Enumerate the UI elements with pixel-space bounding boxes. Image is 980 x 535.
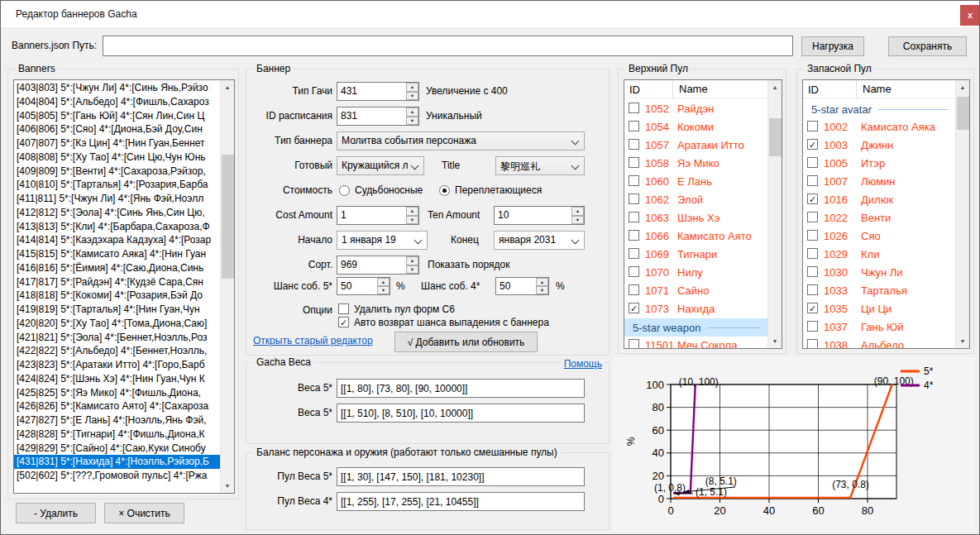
weights5-input[interactable] <box>337 379 585 398</box>
scroll-up-icon[interactable]: ▲ <box>956 80 969 94</box>
scroll-down-icon[interactable]: ▼ <box>768 334 782 348</box>
sort-spinner[interactable]: 969 ▲ ▼ <box>337 256 419 275</box>
row-checkbox[interactable] <box>629 212 639 222</box>
row-checkbox[interactable] <box>629 230 639 241</box>
banner-list-item[interactable]: [423|823] 5*:[Аратаки Итто] 4*:[Горо,Бар… <box>14 358 220 372</box>
save-button[interactable]: Сохранять <box>888 36 967 56</box>
row-checkbox[interactable] <box>807 248 818 259</box>
begin-date-picker[interactable]: 1 января 19 <box>337 231 428 250</box>
banners-listbox[interactable]: [403|803] 5*:[Чжун Ли] 4*:[Синь Янь,Рэйз… <box>13 79 235 494</box>
row-checkbox[interactable]: ✓ <box>807 139 818 150</box>
banner-list-item[interactable]: [408|808] 5*:[Ху Тао] 4*:[Син Цю,Чун Юнь <box>14 150 220 165</box>
spin-down-icon[interactable]: ▼ <box>377 286 390 294</box>
banner-list-item[interactable]: [502|602] 5*:[???,Громовой пульс] 4*:[Рж… <box>14 469 220 483</box>
clear-banners-button[interactable]: × Очистить <box>104 503 184 523</box>
intertwined-radio[interactable] <box>439 185 450 196</box>
row-checkbox[interactable] <box>629 121 639 131</box>
chance5-spinner[interactable]: 50 ▲ ▼ <box>337 277 390 295</box>
gacha-type-spinner[interactable]: 431 ▲ ▼ <box>337 82 419 101</box>
pool-row[interactable]: 1062Элой <box>624 191 767 209</box>
row-checkbox[interactable] <box>629 193 639 204</box>
banner-list-item[interactable]: [414|814] 5*:[Каэдэхара Кадзуха] 4*:[Роз… <box>14 233 220 247</box>
spin-up-icon[interactable]: ▲ <box>406 83 418 92</box>
banners-scrollbar[interactable]: ▲ ▼ <box>220 80 234 493</box>
banner-list-item[interactable]: [428|828] 5*:[Тигнари] 4*:[Фишль,Диона,К <box>14 428 220 442</box>
pool-row[interactable]: 1022Венти <box>803 209 955 227</box>
close-icon[interactable]: x <box>960 5 980 26</box>
pool-row[interactable]: 1063Шэнь Хэ <box>624 209 767 227</box>
pool-row[interactable]: 1066Камисато Аято <box>624 227 767 246</box>
scroll-up-icon[interactable]: ▲ <box>768 80 782 94</box>
banner-list-item[interactable]: [406|806] 5*:[Сяо] 4*:[Диона,Бэй Доу,Син <box>14 122 220 136</box>
weights4-input[interactable] <box>337 404 585 423</box>
delete-banner-button[interactable]: - Удалить <box>16 503 96 523</box>
banner-list-item[interactable]: [405|805] 5*:[Гань Юй] 4*:[Сян Лин,Син Ц <box>14 109 220 123</box>
pool-row[interactable]: 1060Е Лань <box>624 173 767 191</box>
auto-return-checkbox[interactable]: ✓ <box>338 317 349 327</box>
spin-up-icon[interactable]: ▲ <box>536 278 548 286</box>
end-date-picker[interactable]: января 2031 <box>494 231 585 250</box>
banner-list-item[interactable]: [422|822] 5*:[Альбедо] 4*:[Беннет,Ноэлль… <box>14 344 220 358</box>
add-update-button[interactable]: √ Добавить или обновить <box>394 332 538 352</box>
spin-down-icon[interactable]: ▼ <box>406 117 418 126</box>
pool-row[interactable]: 1026Сяо <box>803 227 955 246</box>
banner-list-item[interactable]: [425|825] 5*:[Яэ Мико] 4*:[Фишль,Диона, <box>14 386 220 400</box>
row-checkbox[interactable] <box>629 103 639 113</box>
scroll-thumb[interactable] <box>769 118 782 156</box>
banner-list-item[interactable]: [403|803] 5*:[Чжун Ли] 4*:[Синь Янь,Рэйз… <box>14 81 220 95</box>
pool-row[interactable]: 1038Альбедо <box>803 337 955 348</box>
pool-row[interactable]: ✓1073Нахида <box>624 300 767 318</box>
open-old-editor-link[interactable]: Открыть старый редактор <box>253 335 373 346</box>
pool-weights4-input[interactable] <box>337 492 585 511</box>
spin-up-icon[interactable]: ▲ <box>406 107 418 117</box>
banner-list-item[interactable]: [415|815] 5*:[Камисато Аяка] 4*:[Нин Гуа… <box>14 247 220 261</box>
prefab-dropdown[interactable]: Кружащийся л <box>337 156 424 175</box>
row-checkbox[interactable]: ✓ <box>629 303 639 313</box>
pool-row[interactable]: 1058Яэ Мико <box>624 155 767 173</box>
banner-list-item[interactable]: [410|810] 5*:[Тарталья] 4*:[Розария,Барб… <box>14 178 220 192</box>
scroll-thumb[interactable] <box>957 97 969 130</box>
banner-list-item[interactable]: [412|812] 5*:[Эола] 4*:[Синь Янь,Син Цю, <box>14 206 220 220</box>
row-checkbox[interactable] <box>807 284 818 295</box>
row-checkbox[interactable] <box>807 230 818 241</box>
pool-row[interactable]: 1052Райдэн <box>624 100 767 118</box>
load-button[interactable]: Нагрузка <box>801 36 864 56</box>
banner-list-item[interactable]: [421|821] 5*:[Эола] 4*:[Беннет,Ноэлль,Ро… <box>14 331 220 345</box>
banner-list-item[interactable]: [409|809] 5*:[Венти] 4*:[Сахароза,Рэйзор… <box>14 165 220 179</box>
spin-down-icon[interactable]: ▼ <box>536 286 548 294</box>
row-checkbox[interactable] <box>807 321 818 332</box>
banner-list-item[interactable]: [413|813] 5*:[Кли] 4*:[Барбара,Сахароза,… <box>14 220 220 234</box>
banner-list-item[interactable]: [418|818] 5*:[Кокоми] 4*:[Розария,Бэй До <box>14 289 220 303</box>
row-checkbox[interactable] <box>629 284 639 295</box>
banner-list-item[interactable]: [420|820] 5*:[Ху Тао] 4*:[Тома,Диона,Саю… <box>14 317 220 331</box>
pool-row[interactable]: 1071Сайно <box>624 282 767 300</box>
row-checkbox[interactable] <box>629 339 639 348</box>
ten-amount-spinner[interactable]: 10 ▲ ▼ <box>494 206 585 225</box>
reserve-pool-list[interactable]: ID Name 5-star avatar1002Камисато Аяка✓1… <box>802 79 970 349</box>
banner-list-item[interactable]: [427|827] 5*:[Е Лань] 4*:[Ноэлль,Янь Фэй… <box>14 413 220 428</box>
pool-row[interactable]: 1005Итэр <box>803 155 955 173</box>
banner-list-item[interactable]: [404|804] 5*:[Альбедо] 4*:[Фишль,Сахароз <box>14 95 220 109</box>
banner-list-item[interactable]: [407|807] 5*:[Кэ Цин] 4*:[Нин Гуан,Бенне… <box>14 136 220 150</box>
upper-pool-list[interactable]: ID Name 1052Райдэн1054Кокоми1057Аратаки … <box>624 79 782 349</box>
row-checkbox[interactable] <box>807 121 818 131</box>
scroll-thumb[interactable] <box>222 155 234 279</box>
pool-row[interactable]: 1054Кокоми <box>624 118 767 136</box>
banner-list-item[interactable]: [411|811] 5*:[Чжун Ли] 4*:[Янь Фэй,Ноэлл <box>14 192 220 206</box>
scroll-down-icon[interactable]: ▼ <box>221 479 234 493</box>
row-checkbox[interactable] <box>807 157 818 168</box>
row-checkbox[interactable] <box>629 139 639 150</box>
row-checkbox[interactable] <box>629 157 639 168</box>
scroll-up-icon[interactable]: ▲ <box>221 80 234 94</box>
banner-list-item[interactable]: [419|819] 5*:[Тарталья] 4*:[Нин Гуан,Чун <box>14 303 220 317</box>
pool-row[interactable]: 1070Нилу <box>624 264 767 282</box>
row-checkbox[interactable] <box>807 175 818 186</box>
chance4-spinner[interactable]: 50 ▲ ▼ <box>495 277 549 295</box>
banner-list-item[interactable]: [431|831] 5*:[Нахида] 4*:[Ноэлль,Рэйзор,… <box>14 455 220 469</box>
spin-down-icon[interactable]: ▼ <box>406 216 418 225</box>
fate-radio[interactable] <box>339 185 350 196</box>
row-checkbox[interactable]: ✓ <box>807 303 818 313</box>
pool-row[interactable]: 1033Тарталья <box>803 282 955 300</box>
pool-row[interactable]: 1030Чжун Ли <box>803 264 955 282</box>
pool-row[interactable]: 1069Тигнари <box>624 246 767 264</box>
